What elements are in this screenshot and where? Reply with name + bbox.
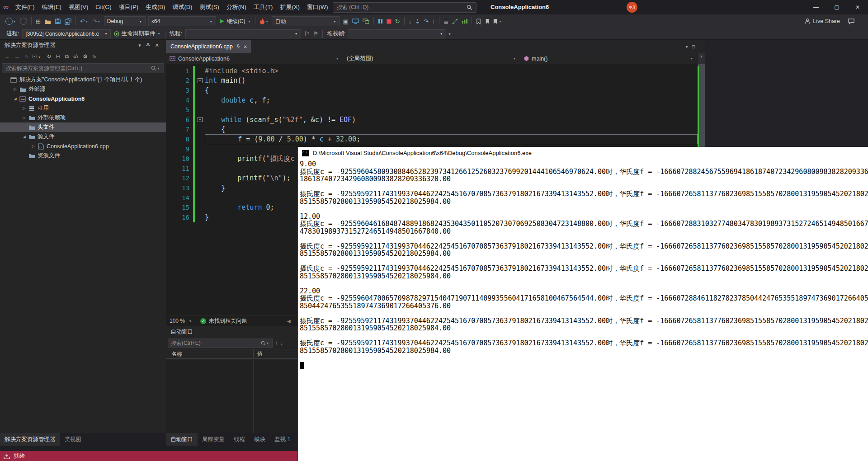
crumb-scope-dropdown[interactable]: (全局范围)▾ [343,53,520,64]
document-tab[interactable]: ConsoleApplication6.cpp ✕ [166,40,251,53]
next-bookmark-icon[interactable]: ▾ [491,16,504,26]
hscroll-left-icon[interactable]: ◀ [287,319,291,324]
quick-search-box[interactable]: 搜索 (Ctrl+Q) [333,2,476,13]
menu-item[interactable]: 扩展(X) [276,0,303,14]
unflag-thread-icon[interactable]: ⚑ [311,29,321,39]
close-tab-icon[interactable]: ✕ [244,44,247,49]
flag-thread-icon[interactable]: ⚐ [302,29,311,39]
device-preview-icon[interactable] [350,16,361,26]
navigate-back-icon[interactable]: ←▾ [4,16,18,26]
search-up-icon[interactable]: ↑ [275,340,278,346]
tree-item[interactable]: ▷引用 [0,103,166,113]
tool-window-tab[interactable]: 监视 1 [270,433,295,446]
pin-icon[interactable] [143,43,153,48]
float-tab-icon[interactable]: ⊡ [692,44,695,49]
crumb-project-dropdown[interactable]: ++ ConsoleApplication6▾ [166,53,343,64]
prev-bookmark-icon[interactable] [483,16,491,26]
step-out-icon[interactable]: ↑ [430,16,437,26]
tool-window-tab[interactable]: 自动窗口 [166,433,198,446]
open-folder-icon[interactable] [42,16,53,26]
close-panel-icon[interactable]: ✕ [153,42,161,48]
redo-icon[interactable]: ↷▾ [90,16,103,26]
tree-item[interactable]: ▷++ConsoleApplication6.cpp [0,141,166,151]
menu-item[interactable]: 测试(S) [196,0,222,14]
search-down-icon[interactable]: ↓ [281,340,283,346]
menu-item[interactable]: Git(G) [92,0,115,14]
minimize-button[interactable]: — [806,0,826,14]
window-menu-icon[interactable]: ▾ [136,42,143,48]
console-title-bar[interactable]: C:\_ D:\Microsoft Visual Studio\ConsoleA… [298,147,868,159]
menu-item[interactable]: 文件(F) [12,0,38,14]
step-into-icon[interactable]: ⇣ [413,16,422,26]
expander-icon[interactable]: ◢ [12,97,19,101]
console-output[interactable]: 9.00摄氏度c = -9255960458093088465282397341… [298,159,868,461]
diagnostic-tools-icon[interactable]: ▣ [341,16,350,26]
se-align-icon[interactable]: ≒ [90,53,99,60]
hot-reload-icon[interactable]: ▾ [258,16,270,26]
break-all-icon[interactable] [376,16,385,26]
tree-item[interactable]: ◢源文件 [0,132,166,141]
console-minimize-button[interactable]: — [690,147,708,159]
fold-collapse-icon[interactable]: − [195,78,205,83]
thread-combo[interactable]: ▾ [185,29,301,38]
toolbar-overflow-icon[interactable]: ▾ [448,32,452,36]
debug-console-window[interactable]: C:\_ D:\Microsoft Visual Studio\ConsoleA… [297,147,868,461]
show-next-statement-icon[interactable]: ↓ [407,16,414,26]
se-back-icon[interactable]: ← [3,53,12,60]
tree-item[interactable]: 解决方案"ConsoleApplication6"(1 个项目/共 1 个) [0,75,166,85]
document-health-indicator[interactable]: ✓ 未找到相关问题 [196,317,251,325]
expander-icon[interactable]: ▷ [30,144,37,148]
stop-debugging-icon[interactable] [385,16,393,26]
maximize-button[interactable]: ▢ [826,0,847,14]
solution-search-box[interactable]: 搜索解决方案资源管理器(Ctrl+;) ▾ [2,63,164,73]
expander-icon[interactable]: ▷ [21,106,28,110]
tree-item[interactable]: ▷外部源 [0,85,166,94]
se-properties-icon[interactable]: ⚙ [81,53,90,60]
se-refresh-icon[interactable]: ↻ [45,53,53,60]
platform-combo[interactable]: x64▾ [148,16,216,26]
process-combo[interactable]: [30952] ConsoleApplication6.e▾ [22,29,111,38]
code-map-icon[interactable] [450,16,460,26]
save-all-icon[interactable] [63,16,73,26]
crumb-member-dropdown[interactable]: main()▾ [520,53,698,64]
multi-monitor-icon[interactable] [361,16,371,26]
debug-target-combo[interactable]: 自动▾ [272,16,340,26]
continue-button[interactable]: 继续(C)▾ [217,16,253,26]
tree-item[interactable]: ▷外部依赖项 [0,113,166,122]
expander-icon[interactable]: ◢ [21,135,28,139]
tree-item[interactable]: 资源文件 [0,151,166,160]
performance-profiler-icon[interactable] [460,16,469,26]
se-view-code-icon[interactable]: ‹/› [71,53,80,60]
configuration-combo[interactable]: Debug▾ [104,16,146,26]
save-icon[interactable] [53,16,63,26]
tab-list-icon[interactable]: ▾ [686,44,688,49]
tool-window-tab[interactable]: 模块 [250,433,270,446]
menu-item[interactable]: 调试(D) [169,0,196,14]
bookmark-icon[interactable] [474,16,483,26]
menu-item[interactable]: 生成(B) [142,0,169,14]
stackframe-combo[interactable]: ▾ [349,29,446,38]
pin-tab-icon[interactable] [236,44,241,49]
se-switch-views-icon[interactable]: ⊡▾ [30,53,44,60]
menu-item[interactable]: 窗口(W) [303,0,332,14]
tool-window-tab[interactable]: 局部变量 [198,433,229,446]
se-collapse-all-icon[interactable]: ⊟ [54,53,62,60]
menu-item[interactable]: 工具(T) [250,0,277,14]
tool-window-tab[interactable]: 解决方案资源管理器 [0,433,60,446]
tree-item[interactable]: ◢++ConsoleApplication6 [0,94,166,103]
new-project-icon[interactable]: ⊞ [34,16,42,26]
tree-item[interactable]: 头文件 [0,122,166,132]
feedback-icon[interactable] [846,16,856,26]
se-home-icon[interactable]: ⌂ [23,53,29,60]
background-tasks-icon[interactable] [4,453,10,459]
tool-window-tab[interactable]: 类视图 [60,433,86,446]
autos-search-box[interactable]: 搜索(Ctrl+E) ▾ [168,339,273,348]
zoom-selector[interactable]: 100 %▾ [166,318,196,324]
menu-item[interactable]: 项目(P) [115,0,142,14]
restart-icon[interactable]: ↻ [393,16,402,26]
undo-icon[interactable]: ↶▾ [78,16,90,26]
intellitrace-icon[interactable]: ≣ [442,16,450,26]
fold-collapse-icon[interactable]: − [195,117,205,122]
tool-window-tab[interactable]: 线程 [229,433,250,446]
name-column-header[interactable]: 名称 [166,350,253,358]
